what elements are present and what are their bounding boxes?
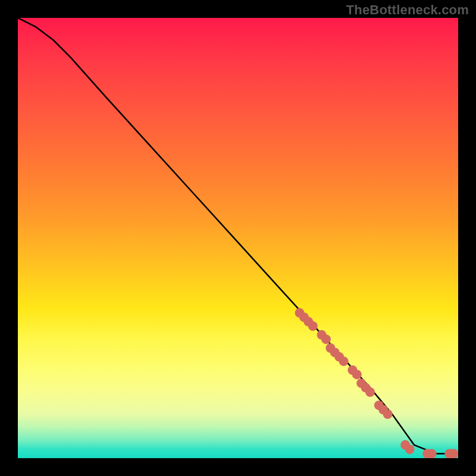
marker-dot	[400, 440, 410, 450]
marker-dot	[339, 356, 349, 366]
marker-dot	[330, 347, 340, 357]
marker-dot	[325, 343, 335, 353]
marker-dot	[321, 334, 331, 344]
marker-dot	[383, 409, 393, 419]
chart-svg	[18, 18, 458, 458]
marker-dot	[356, 378, 366, 388]
marker-dot	[299, 312, 309, 322]
watermark-text: TheBottleneck.com	[346, 2, 469, 18]
marker-dot	[374, 400, 384, 410]
curve-line	[18, 18, 458, 454]
marker-dot	[295, 308, 305, 318]
marker-dot	[361, 383, 371, 393]
marker-dot	[303, 317, 313, 327]
marker-dot	[347, 365, 357, 375]
marker-dot	[444, 449, 454, 458]
marker-dot	[308, 321, 318, 331]
marker-dot	[378, 405, 388, 415]
marker-dot	[427, 449, 437, 458]
marker-dot	[352, 369, 362, 379]
chart-frame: TheBottleneck.com	[0, 0, 476, 476]
marker-dot	[334, 352, 344, 362]
marker-dot	[405, 444, 415, 454]
marker-dot	[422, 449, 432, 458]
marker-dot	[449, 449, 458, 458]
marker-dot	[365, 387, 375, 397]
plot-area	[18, 18, 458, 458]
marker-dot	[317, 330, 327, 340]
